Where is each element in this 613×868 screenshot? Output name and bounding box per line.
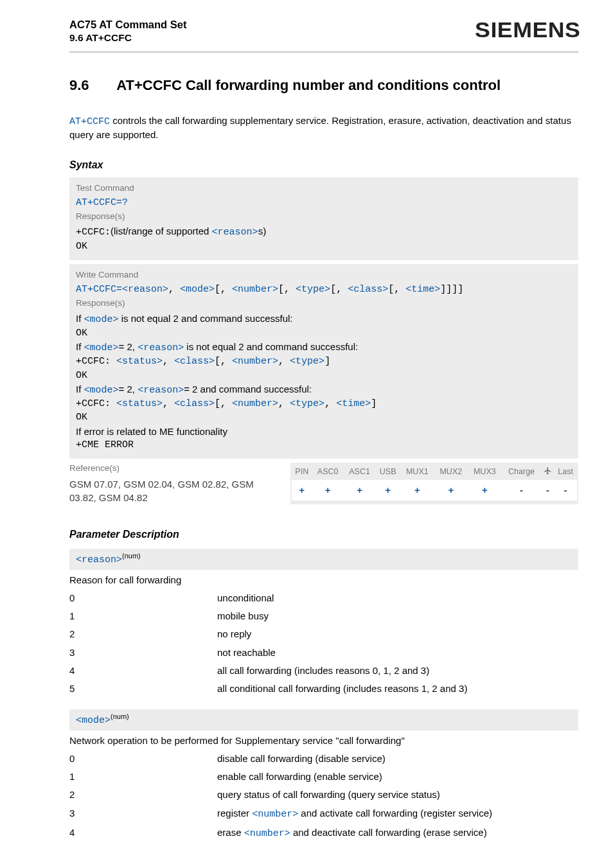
syntax-label: Syntax bbox=[69, 158, 578, 172]
write-response-case1: If <mode> is not equal 2 and command suc… bbox=[76, 312, 572, 326]
availability-value: + bbox=[468, 480, 502, 500]
table-row: 2query status of call forwarding (query … bbox=[69, 786, 578, 804]
param-mode-link[interactable]: <mode> bbox=[180, 284, 215, 295]
param-value-desc: all conditional call forwarding (include… bbox=[217, 680, 578, 698]
param-mode-name: <mode> bbox=[76, 715, 111, 726]
intro-command-link[interactable]: AT+CCFC bbox=[69, 116, 110, 127]
references-header: Reference(s) bbox=[69, 463, 281, 474]
write-response-case2: If <mode>= 2, <reason> is not equal 2 an… bbox=[76, 341, 572, 355]
param-reason-link[interactable]: <reason> bbox=[212, 227, 258, 238]
availability-value: + bbox=[400, 480, 434, 500]
param-value-key: 0 bbox=[69, 750, 217, 768]
param-status-link[interactable]: <status> bbox=[116, 356, 163, 367]
col-mux1: MUX1 bbox=[400, 464, 434, 480]
param-number-link[interactable]: <number> bbox=[244, 828, 290, 839]
param-mode-type: (num) bbox=[111, 713, 129, 720]
param-mode-desc: Network operation to be performed for Su… bbox=[69, 731, 578, 750]
write-command: AT+CCFC=<reason>, <mode>[, <number>[, <t… bbox=[76, 283, 572, 296]
section-title: AT+CCFC Call forwarding number and condi… bbox=[116, 77, 501, 93]
param-mode-header: <mode>(num) bbox=[69, 709, 578, 730]
param-value-key: 1 bbox=[69, 768, 217, 786]
availability-value: - bbox=[542, 480, 555, 500]
brand-logo: SIEMENS bbox=[475, 15, 581, 45]
col-asc0: ASC0 bbox=[312, 464, 344, 480]
write-response-ccfc2: +CCFC: <status>, <class>[, <number>, <ty… bbox=[76, 355, 572, 368]
table-row: 3register <number> and activate call for… bbox=[69, 804, 578, 824]
test-response-header: Response(s) bbox=[76, 211, 572, 222]
param-time-link[interactable]: <time> bbox=[336, 398, 371, 409]
section-number: 9.6 bbox=[69, 76, 113, 95]
param-value-key: 2 bbox=[69, 786, 217, 804]
table-row: 1mobile busy bbox=[69, 607, 578, 625]
param-value-desc: no reply bbox=[217, 625, 578, 643]
test-ok: OK bbox=[76, 240, 572, 253]
reference-row: Reference(s) GSM 07.07, GSM 02.04, GSM 0… bbox=[69, 463, 578, 504]
param-time-link[interactable]: <time> bbox=[405, 284, 440, 295]
section-heading: 9.6 AT+CCFC Call forwarding number and c… bbox=[69, 76, 578, 95]
param-reason-link[interactable]: <reason> bbox=[138, 342, 184, 353]
param-mode-link[interactable]: <mode> bbox=[84, 342, 119, 353]
write-command-header: Write Command bbox=[76, 269, 572, 281]
param-reason-type: (num) bbox=[122, 552, 141, 560]
col-asc1: ASC1 bbox=[344, 464, 375, 480]
write-response-header: Response(s) bbox=[76, 297, 572, 309]
test-command-box: Test Command AT+CCFC=? Response(s) +CCFC… bbox=[69, 177, 578, 260]
param-number-link[interactable]: <number> bbox=[232, 398, 278, 409]
airplane-icon bbox=[544, 466, 552, 475]
param-type-link[interactable]: <type> bbox=[290, 356, 324, 367]
param-mode-table: 0disable call forwarding (disable servic… bbox=[69, 750, 578, 843]
col-usb: USB bbox=[375, 464, 400, 480]
availability-value: + bbox=[434, 480, 468, 500]
write-error-text: If error is related to ME functionality bbox=[76, 425, 572, 438]
write-command-box: Write Command AT+CCFC=<reason>, <mode>[,… bbox=[69, 264, 578, 459]
col-mux3: MUX3 bbox=[468, 464, 502, 480]
param-mode-link[interactable]: <mode> bbox=[84, 385, 119, 396]
availability-value: - bbox=[502, 480, 542, 500]
table-row: 0disable call forwarding (disable servic… bbox=[69, 750, 578, 768]
table-row: 3not reachable bbox=[69, 644, 578, 662]
param-number-link[interactable]: <number> bbox=[252, 809, 298, 820]
param-value-key: 3 bbox=[69, 644, 217, 662]
table-row: 1enable call forwarding (enable service) bbox=[69, 768, 578, 786]
col-mux2: MUX2 bbox=[434, 464, 468, 480]
table-row: 0unconditional bbox=[69, 589, 578, 607]
param-value-desc: query status of call forwarding (query s… bbox=[217, 786, 578, 804]
param-mode-link[interactable]: <mode> bbox=[84, 314, 119, 325]
col-charge: Charge bbox=[502, 464, 542, 480]
col-pin: PIN bbox=[292, 464, 312, 480]
param-value-desc: erase <number> and deactivate call forwa… bbox=[217, 824, 578, 843]
availability-value: + bbox=[344, 480, 375, 500]
param-value-desc: register <number> and activate call forw… bbox=[217, 804, 578, 824]
intro-paragraph: AT+CCFC controls the call forwarding sup… bbox=[69, 114, 578, 142]
param-reason-link[interactable]: <reason> bbox=[138, 385, 184, 396]
param-value-desc: disable call forwarding (disable service… bbox=[217, 750, 578, 768]
param-value-key: 4 bbox=[69, 824, 217, 843]
table-row: 4all call forwarding (includes reasons 0… bbox=[69, 662, 578, 680]
param-class-link[interactable]: <class> bbox=[174, 356, 215, 367]
availability-value: + bbox=[312, 480, 344, 500]
param-class-link[interactable]: <class> bbox=[348, 284, 388, 295]
write-error-cmd: +CME ERROR bbox=[76, 439, 572, 452]
write-response-case3: If <mode>= 2, <reason>= 2 and command su… bbox=[76, 383, 572, 397]
param-type-link[interactable]: <type> bbox=[296, 284, 330, 295]
param-number-link[interactable]: <number> bbox=[232, 284, 278, 295]
param-reason-desc: Reason for call forwarding bbox=[69, 570, 578, 589]
param-reason-link[interactable]: <reason> bbox=[122, 284, 168, 295]
table-row: 5all conditional call forwarding (includ… bbox=[69, 680, 578, 698]
col-airplane bbox=[542, 464, 555, 480]
param-number-link[interactable]: <number> bbox=[232, 356, 278, 367]
table-row: 2no reply bbox=[69, 625, 578, 643]
test-response-line: +CCFC:(list/range of supported <reason>s… bbox=[76, 225, 572, 239]
param-class-link[interactable]: <class> bbox=[174, 398, 215, 409]
table-row: 4erase <number> and deactivate call forw… bbox=[69, 824, 578, 843]
col-last: Last bbox=[554, 464, 577, 480]
availability-value: + bbox=[292, 480, 312, 500]
param-value-desc: mobile busy bbox=[217, 607, 578, 625]
param-type-link[interactable]: <type> bbox=[290, 398, 324, 409]
availability-value: + bbox=[375, 480, 400, 500]
param-status-link[interactable]: <status> bbox=[116, 398, 163, 409]
param-value-key: 1 bbox=[69, 607, 217, 625]
param-value-key: 0 bbox=[69, 589, 217, 607]
param-value-desc: unconditional bbox=[217, 589, 578, 607]
doc-subtitle: 9.6 AT+CCFC bbox=[69, 31, 186, 45]
